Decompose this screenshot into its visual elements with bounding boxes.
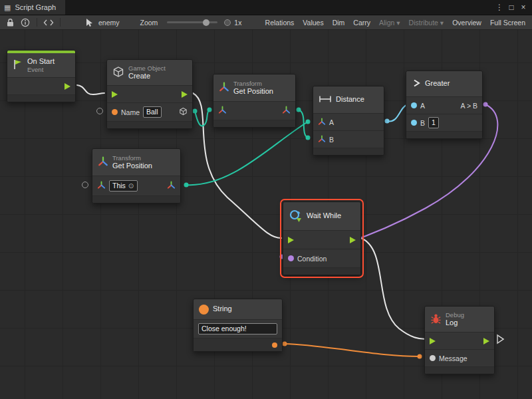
name-port-label: Name [121, 108, 140, 116]
align-button[interactable]: Align ▾ [376, 19, 403, 27]
node-footer [283, 267, 360, 275]
condition-input-port[interactable] [288, 255, 294, 261]
flow-input-port[interactable] [430, 338, 436, 344]
transform-axis-icon [98, 156, 108, 168]
dropdown-caret-icon: ▾ [396, 19, 400, 27]
transform-input-port[interactable] [218, 106, 227, 116]
flow-output-port[interactable] [182, 91, 188, 98]
vector-input-port-a[interactable] [318, 118, 326, 127]
title-bar: ▦ Script Graph ⋮ □ × [0, 0, 532, 15]
zoom-value: 1x [234, 19, 241, 27]
wire-create-to-getposition-a[interactable] [195, 110, 209, 126]
node-group: Debug [446, 311, 464, 319]
dropdown-caret-icon: ▾ [440, 19, 444, 27]
graph-tab-icon: ▦ [4, 3, 11, 12]
target-field[interactable]: This ⊙ [109, 180, 138, 192]
input-port-b[interactable] [411, 120, 417, 126]
toolbar-separator [60, 18, 61, 27]
flow-output-port[interactable] [65, 83, 70, 90]
wire-getposition-a-to-distance-b[interactable] [299, 110, 308, 138]
dim-button[interactable]: Dim [330, 19, 348, 27]
flow-input-port[interactable] [288, 237, 294, 243]
input-port-a[interactable] [411, 102, 417, 108]
wire-string-to-message[interactable] [285, 344, 420, 356]
node-footer [92, 196, 180, 203]
node-debug-log[interactable]: Debug Log Message [424, 306, 495, 374]
relations-button[interactable]: Relations [263, 19, 297, 27]
node-get-position-a[interactable]: Transform Get Position [213, 74, 296, 128]
string-output-port[interactable] [272, 342, 277, 348]
condition-label: Condition [297, 255, 327, 263]
flow-input-port[interactable] [112, 91, 118, 98]
node-title: On Start [27, 57, 55, 66]
node-get-position-b[interactable]: Transform Get Position This ⊙ [92, 148, 181, 203]
align-label: Align [379, 19, 394, 27]
zoom-slider-knob[interactable] [203, 19, 209, 26]
string-value-field[interactable]: Close enough! [198, 323, 277, 334]
graph-name-label: enemy [98, 19, 120, 27]
position-output-port[interactable] [167, 181, 176, 191]
node-title: Wait While [307, 211, 341, 220]
node-title: Log [446, 319, 464, 327]
node-group: Game Object [128, 65, 166, 72]
node-title: Distance [336, 95, 364, 104]
greater-icon [412, 78, 421, 89]
overview-button[interactable]: Overview [450, 19, 484, 27]
node-title: String [213, 305, 232, 313]
flow-output-port[interactable] [483, 338, 489, 344]
tab-script-graph[interactable]: ▦ Script Graph [0, 0, 65, 15]
zoom-label: Zoom [138, 19, 161, 27]
port-a-label: A [420, 102, 425, 110]
gameobject-output-icon[interactable] [179, 107, 188, 117]
node-string[interactable]: String Close enough! [193, 299, 283, 352]
close-icon[interactable]: × [517, 0, 529, 15]
node-title: Get Position [233, 87, 273, 96]
node-distance[interactable]: Distance A B [313, 86, 384, 156]
node-on-start[interactable]: On Start Event [7, 50, 76, 102]
node-footer [107, 121, 192, 128]
target-picker-icon[interactable]: ⊙ [128, 181, 134, 191]
name-field[interactable]: Ball [143, 106, 162, 118]
message-input-port[interactable] [430, 355, 436, 361]
wire-waitwhile-to-log[interactable] [361, 238, 426, 339]
cube-icon [112, 66, 124, 79]
port-a-label: A [329, 118, 334, 126]
distribute-button[interactable]: Distribute ▾ [406, 19, 447, 27]
node-footer [213, 120, 295, 127]
empty-port-indicator[interactable] [82, 182, 88, 188]
b-value-field[interactable]: 1 [428, 117, 439, 128]
fullscreen-button[interactable]: Full Screen [487, 19, 528, 27]
node-subtitle: Event [27, 66, 55, 73]
transform-axis-icon [219, 82, 229, 94]
node-title: Get Position [112, 162, 152, 170]
zoom-reset-icon[interactable] [224, 19, 231, 26]
kebab-menu-icon[interactable]: ⋮ [493, 0, 505, 15]
code-view-icon[interactable] [43, 17, 55, 28]
flow-output-port[interactable] [350, 237, 356, 243]
lock-icon[interactable] [4, 17, 16, 28]
wire-getposition-b-to-distance-a[interactable] [186, 122, 308, 185]
wire-onstart-to-create[interactable] [77, 85, 104, 94]
node-footer [7, 94, 75, 102]
values-button[interactable]: Values [300, 19, 326, 27]
empty-port-indicator[interactable] [96, 108, 103, 114]
wire-distance-to-greater-a[interactable] [387, 104, 408, 121]
node-group: Transform [233, 80, 273, 87]
node-title: Create [128, 72, 166, 80]
node-create[interactable]: Game Object Create Name Ball [106, 59, 193, 129]
info-icon[interactable] [19, 17, 31, 28]
node-footer [425, 366, 494, 374]
graph-canvas[interactable]: On Start Event Game Object Create Name B… [0, 30, 532, 399]
zoom-slider[interactable] [167, 21, 217, 23]
node-greater[interactable]: Greater A A > B B 1 [406, 70, 483, 139]
carry-button[interactable]: Carry [350, 19, 373, 27]
node-footer [406, 131, 482, 138]
vector-input-port-b[interactable] [318, 135, 326, 144]
maximize-icon[interactable]: □ [505, 0, 517, 15]
position-output-port[interactable] [282, 106, 291, 116]
name-input-port[interactable] [112, 109, 118, 115]
cursor-icon [83, 17, 95, 28]
node-wait-while[interactable]: Wait While Condition [283, 201, 361, 275]
port-b-label: B [420, 119, 425, 127]
transform-input-port[interactable] [97, 181, 106, 191]
